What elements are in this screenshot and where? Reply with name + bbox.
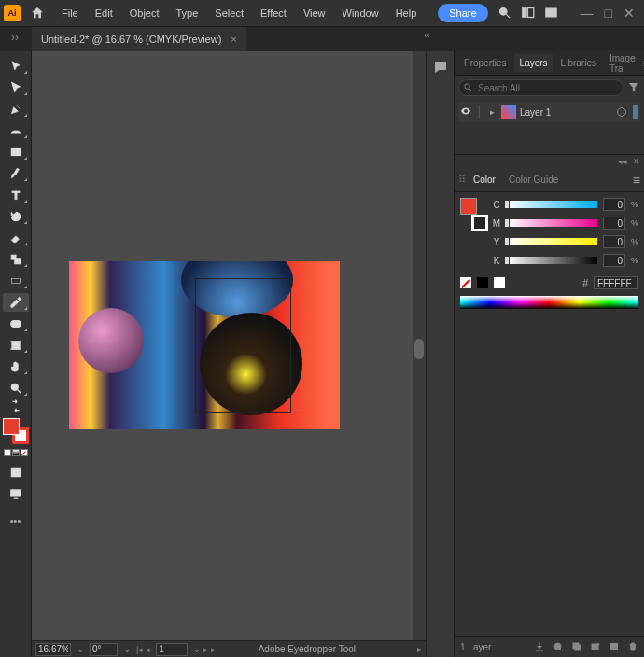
visibility-toggle-icon[interactable] (460, 105, 471, 119)
draw-mode-icon[interactable] (3, 463, 29, 482)
status-popup-icon[interactable]: ▸ (417, 644, 422, 654)
arrange-documents-icon[interactable] (544, 6, 558, 21)
close-tab-icon[interactable]: × (231, 34, 236, 45)
tab-color-guide[interactable]: Color Guide (503, 171, 564, 189)
artboard-tool[interactable] (3, 336, 29, 355)
none-mode-icon[interactable] (21, 449, 28, 456)
white-swatch-icon[interactable] (494, 277, 505, 288)
hex-input[interactable] (594, 276, 638, 289)
tab-properties[interactable]: Properties (458, 54, 512, 72)
magenta-input[interactable] (603, 217, 625, 230)
color-spectrum[interactable] (460, 296, 638, 309)
last-artboard-icon[interactable]: ▸| (211, 645, 217, 654)
window-minimize-icon[interactable]: — (581, 6, 594, 21)
selection-bounding-box[interactable] (195, 278, 291, 413)
cyan-slider[interactable] (507, 201, 597, 208)
dock-collapse-icon[interactable]: ‹‹ (424, 30, 430, 40)
scrollbar-thumb[interactable] (414, 339, 424, 359)
magenta-slider[interactable] (507, 219, 597, 227)
first-artboard-icon[interactable]: |◂ (136, 645, 143, 654)
tab-layers[interactable]: Layers (514, 54, 553, 72)
color-fill-proxy[interactable] (460, 198, 477, 215)
gradient-mode-icon[interactable] (12, 449, 20, 456)
layer-filter-icon[interactable] (627, 80, 640, 95)
menu-object[interactable]: Object (122, 4, 167, 22)
direct-selection-tool[interactable] (3, 78, 29, 97)
export-icon[interactable] (534, 641, 545, 654)
tab-color[interactable]: Color (468, 171, 501, 189)
none-swatch-icon[interactable] (460, 277, 471, 288)
color-panel-grip-icon[interactable]: ⠿ (458, 174, 466, 186)
layer-search-input[interactable] (458, 79, 623, 96)
menu-help[interactable]: Help (388, 4, 425, 22)
screen-mode-icon[interactable] (3, 484, 29, 503)
canvas[interactable]: ⌄ ⌄ |◂ ◂ ⌄ ▸ ▸| Adobe Eyedropper Tool ▸ (32, 51, 426, 657)
rotate-dropdown-icon[interactable]: ⌄ (123, 644, 131, 654)
layer-name-label[interactable]: Layer 1 (520, 107, 613, 118)
yellow-input[interactable] (603, 235, 625, 248)
color-fill-stroke-proxy[interactable] (460, 198, 486, 224)
comments-panel-icon[interactable] (432, 59, 449, 77)
menu-type[interactable]: Type (169, 4, 206, 22)
menu-window[interactable]: Window (335, 4, 386, 22)
pen-tool[interactable] (3, 100, 29, 119)
rotate-input[interactable] (90, 643, 118, 656)
tab-image-trace[interactable]: Image Tra (604, 49, 641, 77)
edit-toolbar-icon[interactable]: ••• (3, 511, 29, 530)
gradient-tool[interactable] (3, 272, 29, 290)
menu-view[interactable]: View (296, 4, 333, 22)
color-panel-close-icon[interactable]: ✕ (633, 157, 640, 166)
artboard-dropdown-icon[interactable]: ⌄ (193, 645, 201, 654)
fill-stroke-swatch[interactable] (3, 418, 29, 444)
menu-effect[interactable]: Effect (253, 4, 294, 22)
rectangle-tool[interactable] (3, 143, 29, 161)
menu-edit[interactable]: Edit (88, 4, 120, 22)
window-maximize-icon[interactable]: □ (605, 6, 612, 21)
color-panel-menu-icon[interactable]: ≡ (633, 173, 640, 188)
yellow-slider[interactable] (507, 238, 597, 245)
vertical-scrollbar[interactable] (413, 51, 426, 640)
fill-swatch[interactable] (3, 418, 20, 435)
black-input[interactable] (603, 254, 625, 267)
eyedropper-tool[interactable] (3, 293, 29, 312)
new-layer-icon[interactable] (609, 641, 620, 654)
new-sublayer-icon[interactable] (590, 641, 601, 654)
home-icon[interactable] (24, 0, 50, 26)
placed-image[interactable] (69, 261, 340, 429)
black-slider[interactable] (507, 257, 597, 264)
type-tool[interactable] (3, 186, 29, 204)
share-button[interactable]: Share (438, 4, 487, 22)
locate-object-icon[interactable] (553, 641, 564, 654)
delete-layer-icon[interactable] (627, 641, 638, 654)
rotate-tool[interactable] (3, 207, 29, 226)
prev-artboard-icon[interactable]: ◂ (146, 645, 150, 654)
paintbrush-tool[interactable] (3, 164, 29, 183)
clipping-mask-icon[interactable] (571, 641, 582, 654)
zoom-input[interactable] (35, 643, 71, 656)
scale-tool[interactable] (3, 250, 29, 269)
next-artboard-icon[interactable]: ▸ (203, 645, 208, 654)
color-mode-icon[interactable] (4, 449, 11, 456)
menu-file[interactable]: File (54, 4, 86, 22)
color-stroke-proxy[interactable] (471, 215, 488, 231)
layer-row[interactable]: ▸ Layer 1 (458, 102, 640, 122)
layer-disclosure-icon[interactable]: ▸ (490, 107, 495, 117)
eraser-tool[interactable] (3, 229, 29, 247)
color-panel-collapse-icon[interactable]: ◂◂ (618, 157, 627, 166)
curvature-tool[interactable] (3, 121, 29, 140)
zoom-dropdown-icon[interactable]: ⌄ (77, 644, 84, 654)
tab-libraries[interactable]: Libraries (555, 54, 602, 72)
artboard-nav-input[interactable] (156, 643, 188, 656)
workspace-switcher-icon[interactable] (521, 6, 535, 21)
search-icon[interactable] (497, 6, 511, 21)
hand-tool[interactable] (3, 357, 29, 376)
shape-builder-tool[interactable] (3, 315, 29, 333)
selection-tool[interactable] (3, 57, 29, 76)
layer-target-icon[interactable] (617, 107, 626, 117)
cyan-input[interactable] (603, 198, 625, 211)
window-close-icon[interactable]: ✕ (623, 6, 635, 21)
control-strip-toggle[interactable]: ›› (3, 31, 27, 44)
menu-select[interactable]: Select (207, 4, 251, 22)
swap-fill-stroke-icon[interactable] (3, 400, 29, 412)
zoom-tool[interactable] (3, 379, 29, 398)
